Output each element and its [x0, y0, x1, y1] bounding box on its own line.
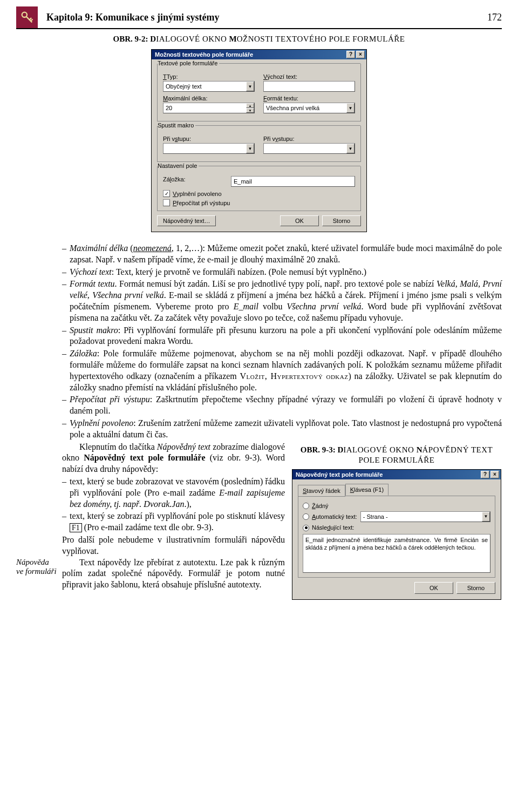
bullet-fill-allowed: Vyplnění povoleno: Zrušením zatržení můž…: [70, 418, 502, 441]
max-length-label: Maximální délka:: [163, 95, 255, 102]
on-entry-dropdown[interactable]: ▼: [163, 143, 255, 154]
bookmark-label: Záložka:: [163, 176, 222, 182]
type-dropdown[interactable]: Obyčejný text▼: [163, 81, 255, 92]
page-number: 172: [487, 12, 502, 23]
chevron-down-icon[interactable]: ▼: [246, 144, 254, 153]
group-field-settings: Nastavení pole Záložka: E_mail ✓Vyplnění…: [157, 166, 361, 211]
default-text-input[interactable]: [263, 81, 355, 92]
bullet-format-text: Formát textu. Formát nemusí být zadán. L…: [70, 279, 502, 323]
bullet-bookmark: Záložka: Pole formuláře můžeme pojmenova…: [70, 348, 502, 393]
key-icon: [16, 6, 38, 28]
text-format-label: Formát textu:: [263, 95, 355, 102]
on-exit-label: Při vystupu:: [263, 136, 355, 142]
chapter-title: Kapitola 9: Komunikace s jinými systémy: [46, 12, 487, 23]
cancel-button[interactable]: Storno: [322, 215, 361, 226]
autotext-dropdown[interactable]: - Strana -▼: [360, 511, 490, 522]
help-button[interactable]: ?: [346, 51, 355, 58]
chevron-down-icon[interactable]: ▼: [482, 512, 490, 522]
radio-following-text[interactable]: Následující text:: [303, 524, 490, 531]
dialog-title: Možnosti textového pole formuláře: [153, 51, 345, 58]
svg-point-0: [22, 12, 27, 17]
spin-up-icon[interactable]: ▲: [246, 103, 254, 108]
bullet-f1-text: text, který se zobrazí při vyplňování po…: [70, 511, 285, 533]
tab-statusbar[interactable]: Stavový řádek: [298, 485, 345, 497]
bookmark-input[interactable]: E_mail: [231, 176, 355, 187]
type-label: TTyp:: [163, 73, 255, 80]
close-button[interactable]: ×: [490, 471, 499, 478]
radio-autotext[interactable]: Automatický text: - Strana -▼: [303, 511, 490, 522]
chevron-down-icon[interactable]: ▼: [246, 82, 254, 91]
fill-allowed-checkbox[interactable]: ✓Vyplnění povoleno: [163, 190, 355, 197]
group-run-macro: Spustit makro Při vstupu: ▼ Při vystupu:…: [157, 126, 361, 162]
margin-note: Nápověda ve formuláři: [16, 242, 62, 612]
on-exit-dropdown[interactable]: ▼: [263, 143, 355, 154]
recalc-on-exit-checkbox[interactable]: Přepočítat při výstupu: [163, 199, 355, 206]
dialog-form-field-options: Možnosti textového pole formuláře ? × Te…: [151, 49, 367, 232]
figure-caption-2: OBR. 9-3: DIALOGOVÉ OKNO NÁPOVĚDNÝ TEXT …: [291, 445, 502, 466]
tab-f1-key[interactable]: Klávesa (F1): [345, 484, 388, 496]
bullet-recalc: Přepočítat při výstupu: Zaškrtnutím přep…: [70, 394, 502, 417]
chevron-down-icon[interactable]: ▼: [346, 103, 355, 113]
help-button[interactable]: ?: [481, 471, 489, 478]
f1-keycap: F1: [70, 523, 82, 532]
tab-strip: Stavový řádek Klávesa (F1): [298, 484, 495, 496]
group-text-field: Textové pole formuláře TTyp: Obyčejný te…: [157, 64, 361, 121]
figure-caption-1: OBR. 9-2: DIALOGOVÉ OKNO MOŽNOSTI TEXTOV…: [16, 35, 502, 44]
chevron-down-icon[interactable]: ▼: [346, 144, 355, 153]
bullet-max-length: Maximální délka (neomezená, 1, 2,…): Můž…: [70, 243, 502, 266]
bullet-default-text: Výchozí text: Text, který je prvotně ve …: [70, 267, 502, 278]
help-text-button[interactable]: Nápovědný text…: [157, 215, 216, 226]
ok-button[interactable]: OK: [414, 582, 453, 594]
bullet-statusbar-text: text, který se bude zobrazovat ve stavov…: [70, 476, 285, 510]
spin-down-icon[interactable]: ▼: [246, 108, 254, 113]
close-button[interactable]: ×: [356, 51, 365, 58]
radio-none[interactable]: Žádný: [303, 502, 490, 510]
dialog-help-text: Nápovědný text pole formuláře ? × Stavov…: [292, 469, 501, 600]
text-format-dropdown[interactable]: Všechna první velká▼: [263, 103, 355, 113]
default-text-label: Výchozí text:: [263, 73, 355, 80]
ok-button[interactable]: OK: [280, 215, 319, 226]
on-entry-label: Při vstupu:: [163, 136, 255, 142]
cancel-button[interactable]: Storno: [456, 582, 495, 594]
max-length-spinner[interactable]: 20▲▼: [163, 103, 255, 113]
help-text-area[interactable]: E_mail jednoznačně identifikuje zaměstna…: [303, 534, 490, 573]
bullet-run-macro: Spustit makro: Při vyplňování formuláře …: [70, 325, 502, 348]
dialog-title: Nápovědný text pole formuláře: [294, 471, 480, 478]
